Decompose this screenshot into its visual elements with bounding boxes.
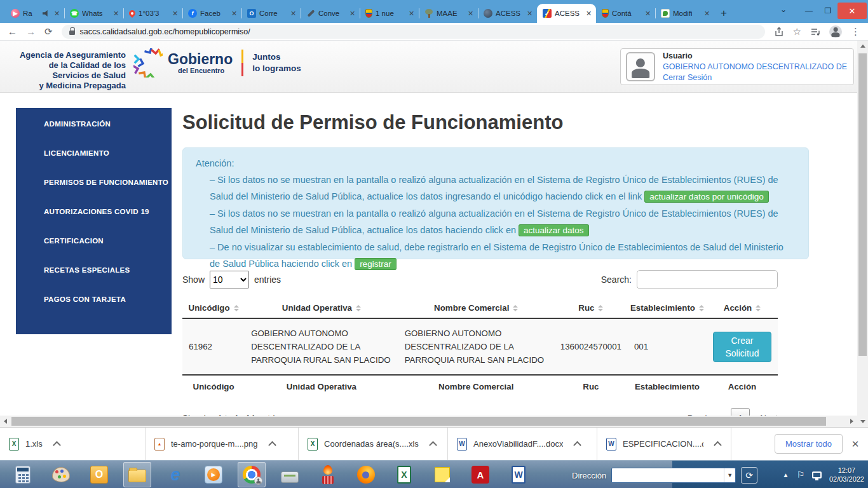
col-nombre-comercial[interactable]: Nombre Comercial xyxy=(398,298,554,318)
scroll-down-icon[interactable] xyxy=(857,416,868,427)
col-accion[interactable]: Acción xyxy=(707,298,778,318)
tab-close-icon[interactable]: ✕ xyxy=(53,10,61,18)
sort-icon[interactable] xyxy=(513,305,518,311)
actualizar-unicodigo-link[interactable]: actualizar datos por unicódigo xyxy=(644,191,768,203)
close-button[interactable]: ✕ xyxy=(837,3,867,19)
sort-icon[interactable] xyxy=(699,305,704,311)
scroll-up-icon[interactable] xyxy=(857,41,868,51)
tab-close-icon[interactable]: ✕ xyxy=(466,10,475,18)
minimize-button[interactable]: — xyxy=(799,3,818,19)
taskbar-clock[interactable]: 12:07 02/03/2022 xyxy=(829,466,864,484)
close-downloads-icon[interactable]: ✕ xyxy=(843,438,868,450)
tab-facebook[interactable]: f Faceb ✕ xyxy=(182,4,241,23)
tab-gob-ec[interactable]: 1 nue ✕ xyxy=(360,4,419,23)
sidebar-item-permisos[interactable]: PERMISOS DE FUNCIONAMIENTO xyxy=(44,179,172,186)
chrome-icon[interactable] xyxy=(238,462,266,487)
scroll-right-icon[interactable] xyxy=(846,416,857,427)
back-icon[interactable]: ← xyxy=(8,27,17,36)
tab-contabilidad[interactable]: Contá ✕ xyxy=(596,4,655,23)
tab-close-icon[interactable]: ✕ xyxy=(585,10,593,18)
tab-close-icon[interactable]: ✕ xyxy=(348,10,356,18)
bookmark-star-icon[interactable]: ☆ xyxy=(793,27,801,36)
crear-solicitud-button[interactable]: Crear Solicitud xyxy=(713,332,771,362)
user-name-link[interactable]: GOBIERNO AUTONOMO DESCENTRALIZADO DE LA … xyxy=(663,62,848,72)
tray-expand-icon[interactable]: ▲ xyxy=(782,471,789,478)
tab-close-icon[interactable]: ✕ xyxy=(703,10,711,18)
vertical-scroll-thumb[interactable] xyxy=(858,53,867,356)
share-icon[interactable] xyxy=(774,27,784,37)
tab-modificacion[interactable]: Modifi ✕ xyxy=(655,4,714,23)
sticky-notes-icon[interactable] xyxy=(428,462,456,487)
network-icon[interactable] xyxy=(812,471,822,478)
chevron-up-icon[interactable] xyxy=(268,441,276,449)
profile-avatar-icon[interactable] xyxy=(829,25,842,38)
tab-audio-icon[interactable] xyxy=(43,10,50,17)
download-item[interactable]: W ESPECIFICACION....docx xyxy=(597,428,731,460)
vertical-scrollbar[interactable] xyxy=(857,41,868,427)
action-center-flag-icon[interactable]: ⚐ xyxy=(796,470,804,480)
sort-icon[interactable] xyxy=(234,305,239,311)
tab-whatsapp[interactable]: ☎ Whats ✕ xyxy=(64,4,123,23)
tab-close-icon[interactable]: ✕ xyxy=(171,10,179,18)
horizontal-scrollbar[interactable] xyxy=(0,416,857,427)
refresh-go-icon[interactable]: ⟳ xyxy=(741,467,757,484)
chevron-up-icon[interactable] xyxy=(429,441,437,449)
address-bar[interactable]: saccs.calidadsalud.gob.ec/homepublicoper… xyxy=(62,25,765,39)
media-player-icon[interactable]: ▶ xyxy=(200,462,227,487)
lock-icon[interactable] xyxy=(69,30,75,35)
outlook-icon[interactable]: O xyxy=(85,462,113,487)
reload-icon[interactable]: ⟳ xyxy=(44,27,53,36)
sort-icon[interactable] xyxy=(756,305,761,311)
tab-close-icon[interactable]: ✕ xyxy=(112,10,120,18)
internet-explorer-icon[interactable]: e xyxy=(161,462,189,487)
media-playlist-icon[interactable] xyxy=(810,27,820,37)
show-all-downloads-button[interactable]: Mostrar todo xyxy=(775,434,843,454)
direccion-combo[interactable]: ▼ xyxy=(611,468,736,483)
calculator-icon[interactable] xyxy=(9,462,37,487)
tab-acess-active[interactable]: ✓ ACESS ✕ xyxy=(537,4,596,23)
chevron-up-icon[interactable] xyxy=(53,441,61,449)
horizontal-scroll-thumb[interactable] xyxy=(11,417,826,426)
tab-close-icon[interactable]: ✕ xyxy=(644,10,652,18)
excel-icon[interactable]: X xyxy=(390,462,418,487)
tab-close-icon[interactable]: ✕ xyxy=(526,10,534,18)
acrobat-icon[interactable]: A xyxy=(466,462,494,487)
tab-outlook[interactable]: O Corre ✕ xyxy=(241,4,301,23)
download-item[interactable]: ▲ te-amo-porque-m....png xyxy=(146,428,298,460)
download-item[interactable]: X 1.xls xyxy=(0,428,145,460)
new-tab-button[interactable]: + xyxy=(714,4,733,23)
download-item[interactable]: W AnexoViabilidadF....docx xyxy=(448,428,597,460)
page-size-select[interactable]: 10 xyxy=(210,271,249,288)
sidebar-item-certificacion[interactable]: CERTIFICACION xyxy=(44,237,172,245)
tab-maae[interactable]: MAAE ✕ xyxy=(419,4,478,23)
tab-radio[interactable]: ▶ Ra ✕ xyxy=(5,4,64,23)
col-establecimiento[interactable]: Establecimiento xyxy=(628,298,707,318)
sidebar-item-administracion[interactable]: ADMINISTRACIÓN xyxy=(44,120,172,128)
sidebar-item-licenciamiento[interactable]: LICENCIAMIENTO xyxy=(44,149,172,157)
col-unidad-operativa[interactable]: Unidad Operativa xyxy=(245,298,398,318)
tab-converter[interactable]: Conve ✕ xyxy=(301,4,360,23)
col-unicodigo[interactable]: Unicódigo xyxy=(182,298,245,318)
burn-tool-icon[interactable] xyxy=(314,462,342,487)
registrar-link[interactable]: registrar xyxy=(355,258,397,270)
logout-link[interactable]: Cerrar Sesión xyxy=(663,72,848,83)
firefox-icon[interactable] xyxy=(352,462,380,487)
sort-icon[interactable] xyxy=(598,305,603,311)
sidebar-item-recetas[interactable]: RECETAS ESPECIALES xyxy=(44,266,172,274)
word-icon[interactable]: W xyxy=(505,462,532,487)
forward-icon[interactable]: → xyxy=(26,27,36,36)
sort-icon[interactable] xyxy=(356,305,361,311)
sidebar-item-autorizaciones[interactable]: AUTORIZACIONES COVID 19 xyxy=(44,208,172,215)
col-ruc[interactable]: Ruc xyxy=(554,298,628,318)
direccion-input[interactable] xyxy=(612,468,724,482)
tab-acess-globe[interactable]: ACESS ✕ xyxy=(478,4,537,23)
scroll-left-icon[interactable] xyxy=(0,416,11,427)
sidebar-item-pagos[interactable]: PAGOS CON TARJETA xyxy=(44,295,172,303)
restore-button[interactable]: ❐ xyxy=(818,3,837,19)
tab-close-icon[interactable]: ✕ xyxy=(230,10,238,18)
scanner-icon[interactable] xyxy=(276,462,304,487)
url-text[interactable]: saccs.calidadsalud.gob.ec/homepublicoper… xyxy=(80,27,250,36)
tab-search-chevron-icon[interactable]: ⌄ xyxy=(780,5,787,14)
search-input[interactable] xyxy=(637,270,778,289)
chevron-up-icon[interactable] xyxy=(574,441,582,449)
